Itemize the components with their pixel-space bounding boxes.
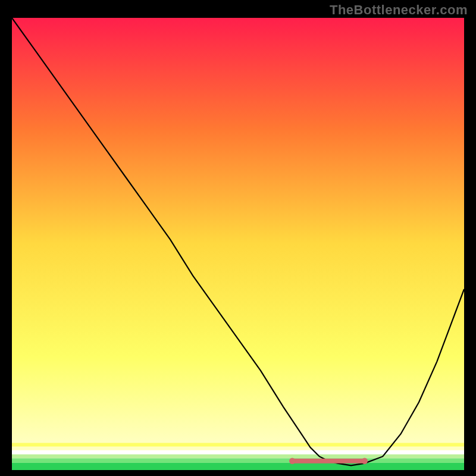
svg-point-8 [362,458,368,464]
optimal-range-marker [289,458,368,464]
svg-rect-0 [12,463,464,470]
gradient-background [12,18,464,470]
svg-rect-4 [12,446,464,450]
chart-container: TheBottlenecker.com [0,0,476,476]
chart-svg [12,18,464,470]
svg-rect-3 [12,450,464,455]
bottom-green-band [12,443,464,470]
svg-rect-2 [12,454,464,458]
svg-rect-5 [12,443,464,446]
svg-point-7 [289,458,295,464]
plot-area [12,18,464,470]
watermark-text: TheBottlenecker.com [330,2,468,18]
svg-rect-1 [12,458,464,463]
